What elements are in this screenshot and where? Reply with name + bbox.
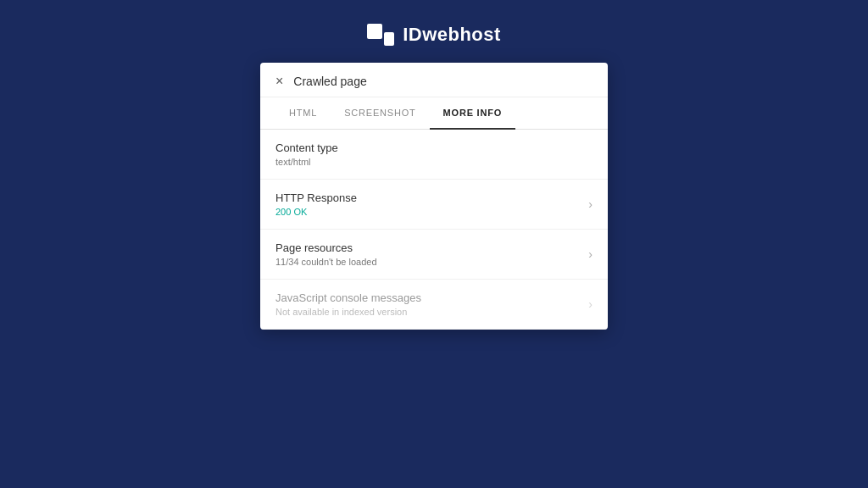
http-response-row[interactable]: HTTP Response 200 OK › bbox=[260, 180, 608, 230]
modal-title: Crawled page bbox=[293, 75, 366, 88]
close-icon[interactable]: × bbox=[275, 75, 283, 88]
svg-rect-1 bbox=[384, 32, 394, 46]
tab-html[interactable]: HTML bbox=[275, 97, 331, 130]
http-response-left: HTTP Response 200 OK bbox=[275, 191, 588, 217]
logo-svg bbox=[367, 24, 394, 46]
js-console-value: Not available in indexed version bbox=[275, 307, 588, 317]
page-resources-left: Page resources 11/34 couldn't be loaded bbox=[275, 241, 588, 267]
content-type-row: Content type text/html bbox=[260, 130, 608, 180]
page-resources-row[interactable]: Page resources 11/34 couldn't be loaded … bbox=[260, 230, 608, 280]
content-type-label: Content type bbox=[275, 141, 593, 154]
svg-rect-0 bbox=[367, 24, 382, 39]
page-resources-label: Page resources bbox=[275, 241, 588, 254]
js-console-left: JavaScript console messages Not availabl… bbox=[275, 291, 588, 317]
logo-text: IDwebhost bbox=[403, 24, 501, 46]
page-resources-value: 11/34 couldn't be loaded bbox=[275, 257, 588, 267]
tabs-bar: HTML SCREENSHOT MORE INFO bbox=[260, 97, 608, 130]
modal-header: × Crawled page bbox=[260, 63, 608, 97]
logo-header: IDwebhost bbox=[367, 24, 501, 46]
js-console-row: JavaScript console messages Not availabl… bbox=[260, 280, 608, 330]
modal: × Crawled page HTML SCREENSHOT MORE INFO… bbox=[260, 63, 608, 330]
http-response-value: 200 OK bbox=[275, 207, 588, 217]
tab-moreinfo[interactable]: MORE INFO bbox=[430, 97, 516, 130]
logo-icon bbox=[367, 24, 394, 46]
page-resources-chevron-icon: › bbox=[588, 247, 593, 261]
content-type-left: Content type text/html bbox=[275, 141, 593, 167]
modal-content: Content type text/html HTTP Response 200… bbox=[260, 130, 608, 330]
http-response-chevron-icon: › bbox=[588, 197, 593, 211]
http-response-label: HTTP Response bbox=[275, 191, 588, 204]
content-type-value: text/html bbox=[275, 157, 593, 167]
js-console-chevron-icon: › bbox=[588, 297, 593, 311]
js-console-label: JavaScript console messages bbox=[275, 291, 588, 304]
tab-screenshot[interactable]: SCREENSHOT bbox=[331, 97, 429, 130]
